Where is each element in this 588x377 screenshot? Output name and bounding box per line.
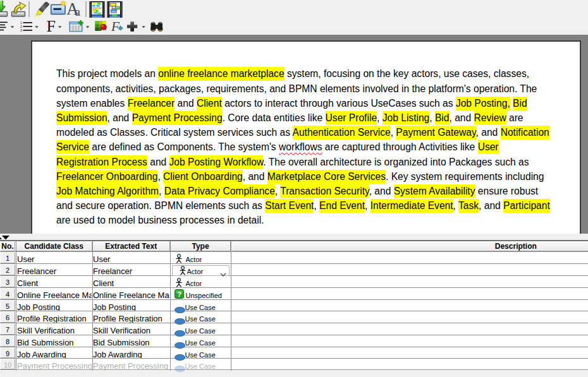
svg-text:a: a (75, 5, 81, 17)
svg-text:?: ? (177, 290, 181, 298)
svg-text:F: F (47, 20, 56, 33)
svg-text:3: 3 (20, 28, 22, 32)
svg-text:F: F (111, 20, 119, 33)
